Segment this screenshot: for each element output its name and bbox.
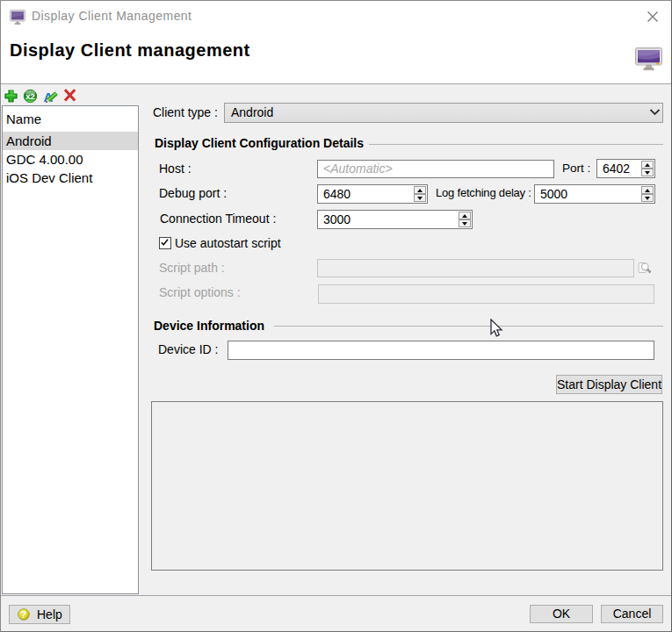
- svg-text:?: ?: [21, 609, 26, 620]
- svg-text:x2: x2: [25, 91, 35, 101]
